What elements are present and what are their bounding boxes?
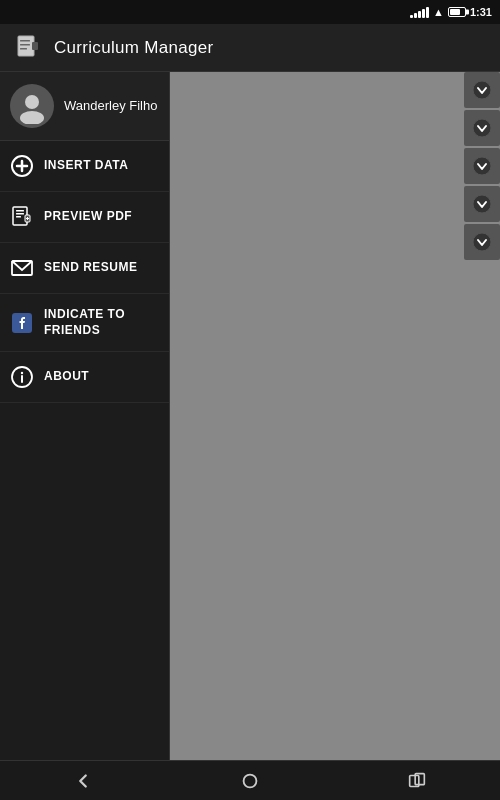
svg-rect-2 [20,44,30,46]
svg-rect-13 [16,216,21,218]
svg-rect-11 [16,210,24,212]
preview-pdf-label: PREVIEW PDF [44,209,132,225]
status-bar: ▲ 1:31 [0,0,500,24]
svg-rect-1 [20,40,30,42]
toolbar-title: Curriculum Manager [54,38,213,58]
main-content: Wanderley Filho INSERT DATA [0,72,500,760]
add-icon [10,154,34,178]
sidebar-item-preview-pdf[interactable]: PREVIEW PDF [0,192,169,243]
battery-icon [448,7,466,17]
bottom-nav-bar [0,760,500,800]
sidebar: Wanderley Filho INSERT DATA [0,72,170,760]
svg-rect-4 [32,42,38,50]
signal-icon [410,6,429,18]
svg-point-24 [473,157,491,175]
expand-button-4[interactable] [464,186,500,222]
svg-point-27 [244,774,257,787]
sidebar-item-indicate-friends[interactable]: INDICATE TO FRIENDS [0,294,169,352]
about-label: ABOUT [44,369,89,385]
send-resume-label: SEND RESUME [44,260,138,276]
insert-data-label: INSERT DATA [44,158,128,174]
svg-point-26 [473,233,491,251]
home-button[interactable] [220,763,280,799]
sidebar-item-insert-data[interactable]: INSERT DATA [0,141,169,192]
svg-point-5 [25,95,39,109]
facebook-icon [10,311,34,335]
sidebar-item-send-resume[interactable]: SEND RESUME [0,243,169,294]
user-profile: Wanderley Filho [0,72,169,141]
svg-point-21 [21,372,23,374]
time-display: 1:31 [470,6,492,18]
pdf-icon [10,205,34,229]
wifi-icon: ▲ [433,6,444,18]
nav-items: INSERT DATA PREVIE [0,141,169,760]
svg-point-6 [20,111,44,124]
status-icons: ▲ 1:31 [410,6,492,18]
svg-rect-12 [16,213,24,215]
back-button[interactable] [53,763,113,799]
indicate-friends-label: INDICATE TO FRIENDS [44,307,159,338]
avatar [10,84,54,128]
svg-rect-3 [20,48,27,50]
expand-buttons [464,72,500,262]
content-area [170,72,500,760]
recents-button[interactable] [387,763,447,799]
expand-button-3[interactable] [464,148,500,184]
svg-point-22 [473,81,491,99]
svg-rect-0 [18,36,34,56]
toolbar: Curriculum Manager [0,24,500,72]
info-icon [10,365,34,389]
sidebar-item-about[interactable]: ABOUT [0,352,169,403]
expand-button-1[interactable] [464,72,500,108]
app-container: Curriculum Manager Wanderley Filho [0,24,500,800]
svg-point-23 [473,119,491,137]
email-icon [10,256,34,280]
expand-button-5[interactable] [464,224,500,260]
expand-button-2[interactable] [464,110,500,146]
svg-point-25 [473,195,491,213]
user-name: Wanderley Filho [64,98,157,114]
toolbar-app-icon [12,32,44,64]
